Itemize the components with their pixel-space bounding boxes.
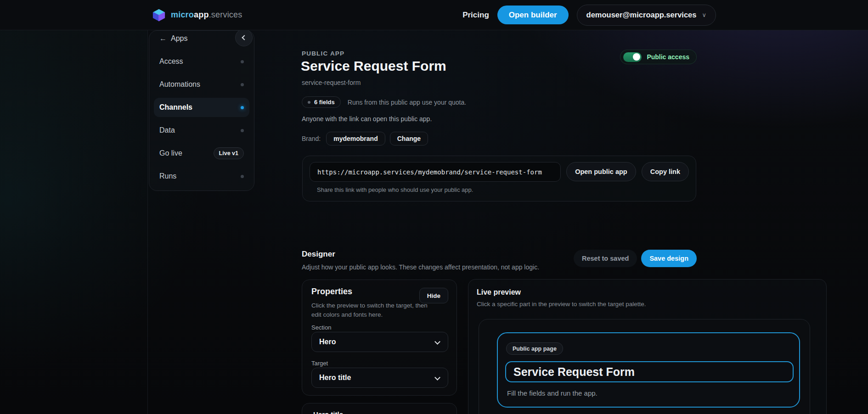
section-label: Section	[311, 324, 331, 331]
badge-dot-icon	[308, 101, 310, 104]
sidebar-item-label: Data	[159, 126, 175, 134]
item-status-dot	[241, 129, 244, 132]
chevron-down-icon: ∨	[702, 11, 706, 18]
sidebar-item-label: Access	[159, 57, 183, 66]
sidebar-back-label: Apps	[171, 34, 187, 43]
live-preview-title: Live preview	[477, 288, 521, 297]
fields-count-label: 6 fields	[314, 99, 335, 106]
preview-hero-title: Service Request Form	[513, 365, 635, 379]
page-title: Service Request Form	[301, 58, 446, 74]
live-preview-card: Live preview Click a specific part in th…	[468, 279, 827, 414]
sidebar-collapse-button[interactable]	[235, 29, 253, 46]
designer-header: Designer Adjust how your public app look…	[302, 248, 697, 271]
live-version-badge: Live v1	[214, 147, 244, 159]
hero-title-card: Hero title	[302, 403, 457, 414]
public-url-input[interactable]	[310, 162, 561, 182]
sidebar-back-link[interactable]: ← Apps	[159, 34, 187, 43]
copy-link-button[interactable]: Copy link	[642, 162, 689, 181]
hero-title-card-title: Hero title	[313, 410, 343, 414]
item-status-dot	[241, 83, 244, 86]
share-card: Open public app Copy link Share this lin…	[302, 156, 696, 201]
sidebar-item-runs[interactable]: Runs	[154, 167, 249, 186]
link-access-note: Anyone with the link can open this publi…	[302, 115, 432, 123]
nav-link-pricing[interactable]: Pricing	[462, 11, 489, 20]
brand-label: Brand:	[302, 135, 321, 142]
preview-page-chip: Public app page	[506, 342, 563, 355]
brand-chip: mydemobrand	[326, 132, 385, 145]
share-hint: Share this link with people who should u…	[317, 186, 689, 193]
open-public-app-button[interactable]: Open public app	[566, 162, 636, 181]
properties-subtitle: Click the preview to switch the target, …	[311, 301, 428, 319]
sidebar: ← Apps Access Automations Channels Data	[149, 30, 254, 191]
logo-cube-icon	[152, 8, 166, 22]
chevron-down-icon	[434, 375, 440, 380]
sidebar-item-label: Channels	[159, 103, 192, 112]
preview-page-frame[interactable]: Public app page Service Request Form Fil…	[497, 332, 800, 408]
save-design-button[interactable]: Save design	[641, 250, 697, 267]
sidebar-item-label: Automations	[159, 80, 200, 89]
account-email: demouser@microapp.services	[586, 11, 697, 19]
reset-to-saved-button[interactable]: Reset to saved	[574, 250, 637, 267]
properties-card: Properties Hide Click the preview to swi…	[302, 280, 457, 396]
logo-wordmark: microapp.services	[171, 10, 242, 20]
target-label: Target	[311, 360, 328, 367]
section-select[interactable]: Hero	[311, 332, 448, 352]
page-slug: service-request-form	[302, 79, 361, 86]
sidebar-item-channels[interactable]: Channels	[154, 98, 249, 117]
sidebar-item-access[interactable]: Access	[154, 52, 249, 71]
navbar-logo[interactable]: microapp.services	[152, 8, 242, 22]
preview-surface: Public app page Service Request Form Fil…	[479, 319, 810, 414]
app-root: microapp.services Pricing Open builder d…	[0, 0, 868, 414]
live-preview-subtitle: Click a specific part in the preview to …	[477, 301, 646, 308]
chevron-down-icon	[434, 339, 440, 345]
sidebar-item-data[interactable]: Data	[154, 121, 249, 140]
change-brand-button[interactable]: Change	[390, 132, 428, 145]
target-select[interactable]: Hero title	[311, 368, 448, 388]
account-menu[interactable]: demouser@microapp.services ∨	[577, 5, 716, 26]
toggle-label: Public access	[647, 53, 689, 61]
sidebar-item-automations[interactable]: Automations	[154, 75, 249, 94]
sidebar-item-label: Go live	[159, 149, 182, 157]
properties-title: Properties	[311, 287, 352, 297]
item-status-dot	[241, 175, 244, 178]
toggle-knob	[633, 53, 640, 61]
open-builder-button[interactable]: Open builder	[497, 6, 569, 24]
top-navbar: microapp.services Pricing Open builder d…	[0, 0, 868, 30]
section-select-value: Hero	[319, 338, 336, 346]
item-status-dot-active	[241, 106, 244, 109]
toggle-switch-track	[623, 52, 642, 62]
left-rail	[0, 30, 148, 414]
fields-count-badge: 6 fields	[302, 96, 341, 108]
preview-hero-title-box[interactable]: Service Request Form	[505, 361, 794, 382]
target-select-value: Hero title	[319, 374, 351, 382]
preview-hero-subtitle: Fill the fields and run the app.	[507, 389, 597, 397]
sidebar-item-go-live[interactable]: Go live Live v1	[154, 144, 249, 163]
chevron-left-icon	[242, 35, 247, 40]
quota-note: Runs from this public app use your quota…	[348, 99, 466, 106]
page-eyebrow: PUBLIC APP	[302, 50, 344, 57]
item-status-dot	[241, 60, 244, 63]
sidebar-item-label: Runs	[159, 172, 176, 180]
public-access-toggle[interactable]: Public access	[620, 50, 697, 64]
back-arrow-icon: ←	[159, 34, 167, 43]
